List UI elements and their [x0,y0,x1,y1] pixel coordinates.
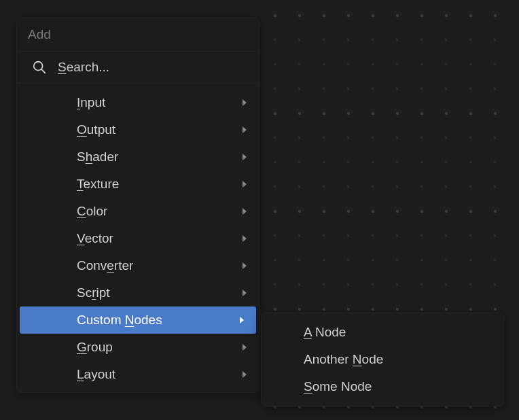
custom-nodes-submenu: A NodeAnother NodeSome Node [261,313,504,406]
menu-item-label: Output [77,122,115,137]
menu-item-label: Script [77,285,110,300]
submenu-item-label: Some Node [304,379,372,394]
search-icon [32,60,47,75]
chevron-right-icon [241,99,248,107]
submenu-item-label: Another Node [304,352,383,367]
menu-item-output[interactable]: Output [17,116,259,143]
menu-item-label: Texture [77,177,119,192]
menu-item-label: Shader [77,150,118,164]
chevron-right-icon [241,126,248,134]
search-row[interactable]: Search... [17,52,259,84]
svg-line-1 [41,69,45,73]
menu-item-input[interactable]: Input [17,89,259,116]
submenu-item-another-node[interactable]: Another Node [262,346,503,373]
chevron-right-icon [241,262,248,270]
menu-item-converter[interactable]: Converter [17,252,259,279]
menu-item-color[interactable]: Color [17,198,259,225]
chevron-right-icon [238,316,245,324]
chevron-right-icon [241,180,248,188]
menu-item-label: Input [77,95,105,110]
menu-list: InputOutputShaderTextureColorVectorConve… [17,84,259,392]
menu-item-texture[interactable]: Texture [17,171,259,198]
chevron-right-icon [241,343,248,351]
search-placeholder: Search... [58,60,109,75]
menu-item-custom-nodes[interactable]: Custom Nodes [20,307,256,334]
menu-item-label: Color [77,204,107,219]
menu-item-label: Converter [77,258,133,273]
menu-item-label: Vector [77,231,113,246]
panel-title: Add [17,18,259,52]
chevron-right-icon [241,207,248,215]
submenu-item-a-node[interactable]: A Node [262,319,503,346]
chevron-right-icon [241,370,248,379]
menu-item-label: Layout [77,367,115,382]
menu-item-script[interactable]: Script [17,279,259,307]
menu-item-shader[interactable]: Shader [17,143,259,171]
menu-item-label: Group [77,340,113,355]
menu-item-group[interactable]: Group [17,334,259,361]
submenu-item-label: A Node [304,325,346,340]
menu-item-label: Custom Nodes [77,313,162,328]
chevron-right-icon [241,153,248,161]
submenu-item-some-node[interactable]: Some Node [262,373,503,400]
chevron-right-icon [241,289,248,297]
menu-item-layout[interactable]: Layout [17,361,259,388]
menu-item-vector[interactable]: Vector [17,225,259,252]
add-menu-panel: Add Search... InputOutputShaderTextureCo… [16,18,260,393]
chevron-right-icon [241,234,248,243]
